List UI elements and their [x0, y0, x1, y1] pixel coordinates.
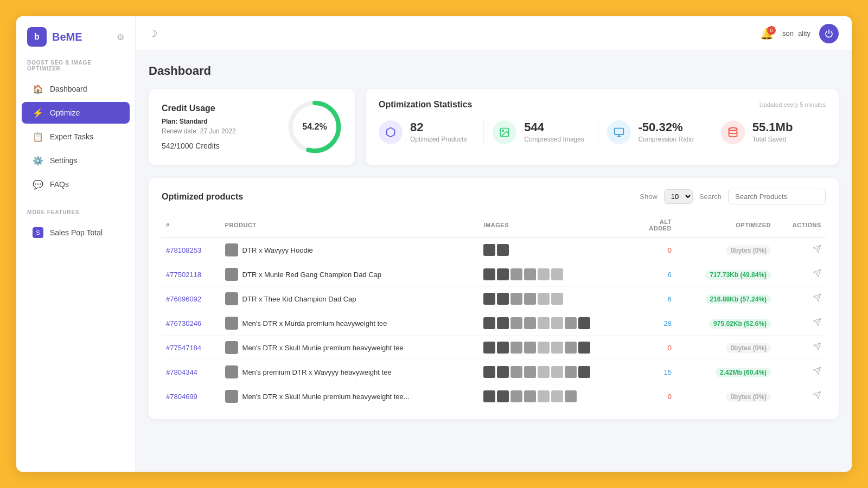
images-cell [479, 262, 634, 287]
product-thumb [225, 365, 238, 378]
product-id[interactable]: #77547184 [162, 336, 221, 360]
product-id[interactable]: #7804344 [162, 360, 221, 384]
chat-icon: 💬 [33, 179, 43, 190]
image-thumb [565, 317, 577, 329]
actions-cell [775, 262, 826, 287]
product-id[interactable]: #7804699 [162, 384, 221, 409]
saved-value: 55.1Mb [752, 121, 793, 133]
products-value: 82 [410, 121, 467, 133]
sidebar-item-sales-pop[interactable]: S Sales Pop Total [22, 222, 130, 243]
image-thumb [524, 342, 536, 354]
products-icon [379, 120, 403, 144]
products-table: # PRODUCT IMAGES ALTADDED OPTIMIZED ACTI… [162, 213, 826, 408]
optimized-badge: 0bytes (0%) [726, 343, 771, 353]
alt-added-value: 6 [634, 262, 676, 287]
sidebar-section-label: BOOST SEO & IMAGE OPTIMIZER [16, 60, 135, 77]
action-send-button[interactable] [813, 391, 821, 402]
image-thumb [483, 390, 495, 402]
product-thumb [225, 341, 238, 354]
ratio-icon [607, 120, 631, 144]
optimized-value: 975.02Kb (52.6%) [676, 311, 775, 336]
col-optimized: OPTIMIZED [676, 213, 775, 237]
image-thumb [551, 268, 563, 280]
product-id[interactable]: #77502118 [162, 262, 221, 287]
svg-point-6 [729, 128, 737, 131]
action-send-button[interactable] [813, 367, 821, 377]
optimized-value: 0bytes (0%) [676, 384, 775, 409]
update-text: Updated every 5 minutes [760, 101, 826, 108]
notification-button[interactable]: 🔔 0 [760, 27, 774, 40]
sidebar-item-label: Dashboard [50, 85, 87, 93]
show-select[interactable]: 10 25 50 [664, 189, 693, 204]
col-actions: ACTIONS [775, 213, 826, 237]
settings-icon[interactable]: ⚙ [117, 32, 124, 42]
image-thumb [551, 293, 563, 305]
alt-added-value: 28 [634, 311, 676, 336]
image-thumb [551, 342, 563, 354]
image-thumb [497, 268, 509, 280]
sidebar-item-faqs[interactable]: 💬 FAQs [22, 174, 130, 195]
stats-row: Credit Usage Plan: Standard Renew date: … [149, 89, 839, 165]
stat-ratio-info: -50.32% Compression Ratio [639, 121, 694, 143]
action-send-button[interactable] [813, 293, 821, 304]
moon-icon[interactable]: ☽ [149, 28, 157, 40]
user-info: son ality [782, 29, 810, 37]
action-send-button[interactable] [813, 245, 821, 255]
product-thumb [225, 292, 238, 305]
credit-donut: 54.2% [288, 100, 342, 154]
image-thumb [497, 244, 509, 256]
product-name: Men's DTR x Skull Munie premium heavywei… [221, 384, 480, 409]
alt-added-value: 15 [634, 360, 676, 384]
table-row: #7804699 Men's DTR x Skull Munie premium… [162, 384, 826, 409]
actions-cell [775, 360, 826, 384]
alt-added-value: 0 [634, 237, 676, 262]
image-thumb [538, 366, 550, 378]
credit-info: Credit Usage Plan: Standard Renew date: … [162, 104, 236, 150]
sidebar: b BeME ⚙ BOOST SEO & IMAGE OPTIMIZER 🏠 D… [16, 16, 136, 472]
optimized-badge: 0bytes (0%) [726, 392, 771, 402]
action-send-button[interactable] [813, 342, 821, 353]
action-send-button[interactable] [813, 318, 821, 329]
opt-card-header: Optimization Statistics Updated every 5 … [379, 100, 826, 110]
sidebar-logo: b BeME ⚙ [16, 27, 135, 60]
optimized-badge: 2.42Mb (60.4%) [716, 368, 771, 377]
alt-added-value: 0 [634, 336, 676, 360]
sidebar-item-expert-tasks[interactable]: 📋 Expert Tasks [22, 126, 130, 147]
main-area: ☽ 🔔 0 son ality [136, 16, 852, 472]
table-row: #77547184 Men's DTR x Skull Munie premiu… [162, 336, 826, 360]
image-thumb [578, 342, 590, 354]
sidebar-item-settings[interactable]: ⚙️ Settings [22, 150, 130, 171]
topbar: ☽ 🔔 0 son ality [136, 16, 852, 51]
image-thumb [483, 293, 495, 305]
product-thumb [225, 317, 238, 330]
topbar-left: ☽ [149, 28, 157, 40]
stat-images: 544 Compressed Images [484, 120, 598, 144]
image-thumb [483, 244, 495, 256]
saved-label: Total Saved [752, 136, 793, 143]
image-thumb [524, 390, 536, 402]
ratio-value: -50.32% [639, 121, 694, 133]
product-id[interactable]: #78108253 [162, 237, 221, 262]
product-title: Men's DTR x Skull Munie premium heavywei… [242, 393, 410, 401]
sidebar-item-label: Expert Tasks [50, 132, 93, 141]
product-thumb [225, 243, 238, 256]
product-id[interactable]: #76896092 [162, 287, 221, 311]
optimized-badge: 975.02Kb (52.6%) [709, 319, 771, 329]
product-name: Men's premium DTR x Wavyyy heavyweight t… [221, 360, 480, 384]
table-title: Optimized products [162, 192, 243, 202]
image-thumb [565, 342, 577, 354]
product-id[interactable]: #76730246 [162, 311, 221, 336]
sidebar-item-dashboard[interactable]: 🏠 Dashboard [22, 78, 130, 100]
col-id: # [162, 213, 221, 237]
search-input[interactable] [728, 189, 826, 204]
product-name: Men's DTR x Skull Munie premium heavywei… [221, 336, 480, 360]
sidebar-item-optimize[interactable]: ⚡ Optimize [22, 102, 130, 124]
credit-usage-card: Credit Usage Plan: Standard Renew date: … [149, 89, 355, 165]
images-cell [479, 384, 634, 409]
actions-cell [775, 237, 826, 262]
product-title: Men's premium DTR x Wavyyy heavyweight t… [242, 368, 392, 376]
action-send-button[interactable] [813, 269, 821, 280]
table-header-row: Optimized products Show 10 25 50 Search [162, 189, 826, 204]
power-button[interactable] [819, 24, 839, 43]
opt-title: Optimization Statistics [379, 100, 472, 110]
